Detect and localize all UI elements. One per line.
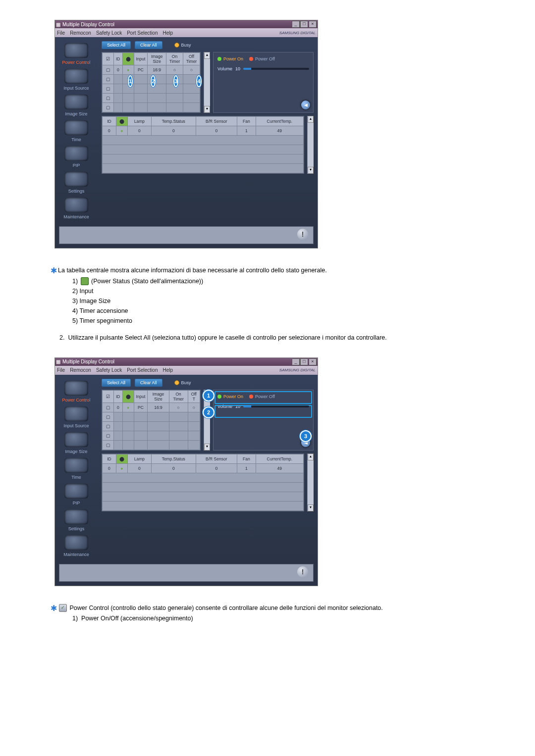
sidebar-item-image-size[interactable]: Image Size [65, 111, 87, 116]
speaker-icon[interactable]: ◀ [301, 101, 310, 109]
sidebar: Power Control Input Source Image Size Ti… [55, 37, 98, 223]
status-strip: ! [59, 564, 314, 582]
volume-slider[interactable] [243, 68, 309, 70]
scroll-up-button[interactable]: ▴ [204, 52, 210, 59]
sidebar-item-pip[interactable]: PIP [73, 501, 80, 505]
sidebar-icon-input[interactable] [64, 406, 88, 421]
table-row: ▢ 0 ● PC 16:9 ○ ○ [103, 403, 200, 412]
sidebar-icon-settings[interactable] [64, 509, 88, 524]
busy-label: Busy [181, 380, 191, 385]
note1-i3: Image Size [80, 298, 111, 304]
menu-remocon[interactable]: Remocon [70, 30, 91, 36]
sidebar-item-time[interactable]: Time [71, 137, 81, 142]
sidebar-item-settings[interactable]: Settings [68, 189, 85, 194]
app-window-2: ▦ Multiple Display Control _ □ × File Re… [54, 357, 318, 586]
titlebar: ▦ Multiple Display Control _ □ × [55, 358, 318, 366]
app-icon: ▦ [56, 22, 60, 27]
bottom-grid[interactable]: ID ⬤ Lamp Temp.Status B/R Sensor Fan Cur… [102, 116, 304, 173]
power-off-button[interactable]: Power Off [249, 56, 275, 61]
volume-slider[interactable] [243, 405, 309, 407]
alert-icon[interactable]: ! [297, 229, 308, 240]
scroll-down-button[interactable]: ▾ [204, 106, 210, 113]
notes-block-2: ✱✓ Power Control (controllo dello stato … [59, 601, 500, 624]
alert-icon[interactable]: ! [297, 566, 308, 577]
sidebar-icon-time[interactable] [64, 120, 88, 135]
sidebar-item-input-source[interactable]: Input Source [63, 423, 89, 428]
minimize-button[interactable]: _ [292, 358, 300, 365]
busy-dot-icon [174, 380, 179, 385]
volume-label: Volume [217, 66, 232, 71]
window-title: Multiple Display Control [62, 22, 114, 27]
sidebar-icon-pip[interactable] [64, 484, 88, 499]
sidebar-icon-image-size[interactable] [64, 432, 88, 447]
sidebar-icon-maintenance[interactable] [64, 198, 88, 212]
sidebar-icon-input[interactable] [64, 69, 88, 84]
menu-safety-lock[interactable]: Safety Lock [96, 367, 122, 373]
status-strip: ! [59, 226, 314, 244]
bullet-star-icon: ✱ [51, 604, 57, 612]
menubar: File Remocon Safety Lock Port Selection … [55, 28, 318, 37]
note2-intro: Power Control (controllo dello stato gen… [69, 605, 382, 611]
clear-all-button[interactable]: Clear All [135, 379, 162, 387]
titlebar: ▦ Multiple Display Control _ □ × [55, 20, 318, 28]
clear-all-button[interactable]: Clear All [135, 41, 162, 49]
sidebar-icon-image-size[interactable] [64, 95, 88, 109]
note1-i1: (Power Status (Stato dell'alimentazione)… [91, 278, 203, 285]
menu-remocon[interactable]: Remocon [70, 367, 91, 373]
sidebar-item-time[interactable]: Time [71, 475, 81, 480]
note1-i2: Input [80, 288, 94, 295]
menu-safety-lock[interactable]: Safety Lock [96, 30, 122, 36]
sidebar-item-settings[interactable]: Settings [68, 526, 85, 531]
menu-port-selection[interactable]: Port Selection [127, 30, 158, 36]
menu-help[interactable]: Help [162, 367, 173, 373]
scroll-down-button[interactable]: ▾ [308, 504, 314, 511]
callout-3: 3 [300, 430, 312, 442]
brand-label: SAMSUNG DIGITAL [279, 368, 316, 372]
app-icon: ▦ [56, 359, 60, 364]
menu-port-selection[interactable]: Port Selection [127, 367, 158, 373]
sidebar-icon-power[interactable] [64, 381, 88, 396]
sidebar-item-input-source[interactable]: Input Source [63, 86, 89, 91]
bottom-grid[interactable]: ID ⬤ Lamp Temp.Status B/R Sensor Fan Cur… [102, 454, 304, 511]
close-button[interactable]: × [309, 21, 317, 28]
busy-indicator: Busy [174, 380, 191, 385]
scroll-up-button[interactable]: ▴ [308, 454, 314, 460]
select-all-button[interactable]: Select All [102, 379, 131, 387]
sidebar-item-pip[interactable]: PIP [73, 163, 80, 168]
sidebar-icon-settings[interactable] [64, 172, 88, 187]
menu-file[interactable]: File [57, 367, 65, 373]
sidebar-icon-pip[interactable] [64, 146, 88, 161]
scroll-down-button[interactable]: ▾ [308, 167, 314, 174]
brand-label: SAMSUNG DIGITAL [279, 31, 316, 35]
sidebar-icon-power[interactable] [64, 43, 88, 58]
menu-help[interactable]: Help [162, 30, 173, 36]
power-off-icon [249, 57, 253, 61]
power-on-button[interactable]: Power On [217, 56, 243, 61]
sidebar-icon-maintenance[interactable] [64, 535, 88, 550]
volume-control[interactable]: Volume 10 [217, 66, 309, 71]
maximize-button[interactable]: □ [300, 358, 308, 365]
scrollbar[interactable]: ▴ ▾ [307, 454, 314, 511]
top-grid[interactable]: ☑ ID ⬤ Input Image Size On Timer Off T ▢… [102, 390, 200, 450]
checkbox-icon: ✓ [59, 604, 67, 612]
sidebar-item-image-size[interactable]: Image Size [65, 449, 87, 454]
bullet-star-icon: ✱ [51, 266, 57, 275]
sidebar-item-power-control[interactable]: Power Control [62, 398, 90, 403]
control-panel: Power On Power Off Volume 10 ◀ [213, 52, 314, 113]
menu-file[interactable]: File [57, 30, 65, 36]
callout-3: 3 [173, 75, 178, 87]
note1-i5: Timer spegnimento [79, 317, 132, 324]
sidebar-item-maintenance[interactable]: Maintenance [63, 552, 89, 557]
sidebar-icon-time[interactable] [64, 458, 88, 473]
scroll-up-button[interactable]: ▴ [308, 116, 314, 123]
scrollbar[interactable]: ▴ ▾ [307, 116, 314, 174]
select-all-button[interactable]: Select All [102, 41, 131, 49]
close-button[interactable]: × [309, 358, 317, 365]
sidebar-item-maintenance[interactable]: Maintenance [63, 214, 89, 219]
callout-2: 2 [203, 406, 214, 418]
maximize-button[interactable]: □ [300, 21, 308, 28]
sidebar: Power Control Input Source Image Size Ti… [55, 375, 98, 561]
sidebar-item-power-control[interactable]: Power Control [62, 60, 90, 65]
scroll-down-button[interactable]: ▾ [204, 444, 210, 451]
minimize-button[interactable]: _ [292, 21, 300, 28]
